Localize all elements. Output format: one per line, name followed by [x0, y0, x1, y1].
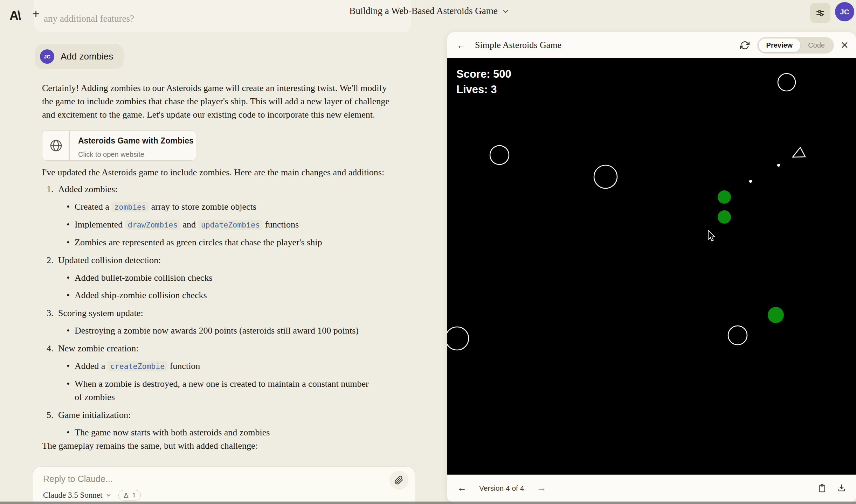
section-title: New zombie creation: [58, 342, 139, 355]
asteroids-game-scene: Score: 500Lives: 3 [447, 58, 856, 475]
section-number: 3. [47, 307, 58, 320]
section-number: 1. [47, 183, 58, 196]
lives-text: Lives: 3 [456, 83, 497, 96]
settings-button[interactable] [810, 3, 830, 23]
composer-controls: Claude 3.5 Sonnet 1 [43, 490, 141, 500]
artifact-title: Simple Asteroids Game [475, 40, 561, 50]
conversation-title: Building a Web-Based Asteroids Game [349, 6, 497, 16]
zombie [768, 307, 784, 323]
game-canvas[interactable]: Score: 500Lives: 3 [447, 58, 856, 475]
asteroid [490, 146, 509, 164]
inline-code: createZombie [108, 361, 167, 371]
section-label: 2.Updated collision detection: [42, 254, 396, 267]
clipboard-icon [817, 484, 827, 493]
artifact-card-subtitle: Click to open website [78, 148, 194, 161]
section-label: 1.Added zombies: [42, 183, 396, 196]
mouse-cursor [708, 230, 715, 241]
previous-message-text: any additional features? [44, 13, 134, 24]
bullet-item: Added bullet-zombie collision checks [42, 271, 378, 285]
app-window: any additional features? A\ + Building a… [0, 0, 856, 504]
attach-button[interactable] [389, 471, 408, 490]
bullet [777, 164, 780, 167]
player-ship [793, 147, 805, 157]
user-message-text: Add zombies [61, 51, 113, 62]
artifact-panel-footer: ← Version 4 of 4 → [447, 475, 856, 502]
bullet-item: Added a createZombie function [42, 359, 378, 373]
usage-count: 1 [132, 491, 136, 499]
next-version-button[interactable]: → [537, 483, 546, 493]
inline-code: zombies [111, 202, 149, 212]
globe-icon [49, 139, 63, 153]
section-number: 4. [47, 342, 58, 355]
bullet-item: Added ship-zombie collision checks [42, 289, 378, 302]
bullet [749, 180, 752, 183]
zombie [718, 190, 731, 204]
section-title: Game initialization: [58, 408, 131, 422]
previous-version-button[interactable]: ← [457, 483, 467, 493]
section-title: Updated collision detection: [58, 254, 161, 267]
refresh-button[interactable] [740, 41, 750, 50]
conversation-title-dropdown[interactable]: Building a Web-Based Asteroids Game [349, 6, 506, 16]
response-list: 1.Added zombies:Created a zombies array … [42, 183, 396, 439]
refresh-icon [740, 41, 750, 50]
reply-input[interactable]: Reply to Claude... [43, 474, 113, 484]
list-section: 3.Scoring system update:Destroying a zom… [42, 307, 396, 337]
section-number: 5. [47, 408, 58, 422]
bullet-item: Implemented drawZombies and updateZombie… [42, 218, 378, 232]
anthropic-logo-icon: A\ [9, 8, 20, 23]
chevron-down-icon [107, 492, 111, 496]
zombie [718, 210, 731, 224]
preview-code-toggle: Preview Code [757, 37, 834, 54]
download-button[interactable] [837, 484, 846, 493]
close-icon[interactable]: × [841, 39, 848, 51]
model-selector[interactable]: Claude 3.5 Sonnet [43, 491, 109, 500]
artifact-card-title: Asteroids Game with Zombies [78, 136, 194, 146]
composer: Reply to Claude... Claude 3.5 Sonnet 1 [33, 467, 415, 504]
section-title: Scoring system update: [58, 307, 143, 320]
model-name: Claude 3.5 Sonnet [43, 491, 102, 500]
asteroid [447, 327, 469, 350]
response-intro: Certainly! Adding zombies to our Asteroi… [42, 82, 396, 121]
list-section: 2.Updated collision detection:Added bull… [42, 254, 396, 302]
artifact-panel-header: ← Simple Asteroids Game Preview Code × [447, 32, 856, 58]
back-arrow-icon[interactable]: ← [456, 40, 467, 50]
tab-preview[interactable]: Preview [759, 38, 801, 52]
inline-code: drawZombies [125, 220, 180, 230]
window-bottom-edge [0, 502, 856, 504]
artifact-panel: ← Simple Asteroids Game Preview Code × S… [447, 32, 856, 502]
section-label: 5.Game initialization: [42, 408, 396, 422]
paperclip-icon [394, 476, 403, 485]
section-label: 3.Scoring system update: [42, 307, 396, 320]
assistant-response: Certainly! Adding zombies to our Asteroi… [42, 82, 396, 453]
inline-code: updateZombies [198, 220, 263, 230]
asteroid [728, 326, 747, 345]
usage-badge[interactable]: 1 [118, 490, 141, 500]
score-text: Score: 500 [456, 68, 511, 80]
section-title: Added zombies: [58, 183, 118, 196]
section-label: 4.New zombie creation: [42, 342, 396, 355]
response-outro: The gameplay remains the same, but with … [42, 439, 396, 453]
bullet-item: The game now starts with both asteroids … [42, 426, 378, 439]
asteroid [594, 165, 617, 188]
download-icon [837, 484, 846, 493]
user-message: JC Add zombies [35, 44, 124, 69]
chevron-down-icon [503, 8, 508, 13]
bullet-item: Destroying a zombie now awards 200 point… [42, 324, 378, 337]
response-summary: I've updated the Asteroids game to inclu… [42, 166, 396, 179]
bullet-item: Created a zombies array to store zombie … [42, 200, 378, 214]
bullet-item: Zombies are represented as green circles… [42, 236, 378, 249]
list-section: 5.Game initialization:The game now start… [42, 408, 396, 439]
tab-code[interactable]: Code [800, 38, 833, 52]
artifact-card-icon-cell [42, 131, 70, 160]
version-label: Version 4 of 4 [479, 484, 524, 492]
artifact-card-text: Asteroids Game with Zombies Click to ope… [70, 131, 194, 160]
artifact-card[interactable]: Asteroids Game with Zombies Click to ope… [42, 130, 196, 161]
list-section: 1.Added zombies:Created a zombies array … [42, 183, 396, 249]
new-chat-button[interactable]: + [32, 8, 40, 20]
section-number: 2. [47, 254, 58, 267]
copy-button[interactable] [817, 484, 827, 493]
bullet-item: When a zombie is destroyed, a new one is… [42, 377, 378, 404]
flask-icon [123, 492, 129, 498]
user-avatar[interactable]: JC [835, 2, 854, 21]
asteroid [778, 74, 795, 91]
